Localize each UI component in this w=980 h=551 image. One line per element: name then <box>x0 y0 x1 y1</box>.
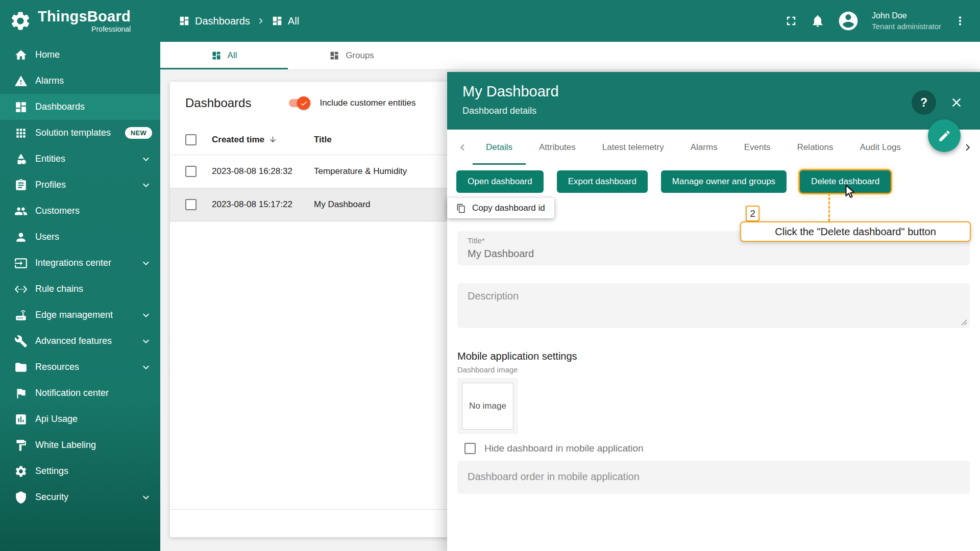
sidebar-item-profiles[interactable]: Profiles <box>0 172 160 198</box>
logo: ThingsBoard Professional <box>0 0 160 42</box>
tabs-scroll-right-button[interactable] <box>958 137 978 158</box>
avatar[interactable] <box>837 10 860 32</box>
tab-label: Latest telemetry <box>602 142 664 153</box>
column-title[interactable]: Title <box>314 135 332 144</box>
manage-owner-groups-button[interactable]: Manage owner and groups <box>661 170 787 193</box>
kebab-menu-icon[interactable] <box>953 14 967 28</box>
copy-dashboard-id-button[interactable]: Copy dashboard id <box>447 198 554 218</box>
pencil-icon <box>938 129 951 143</box>
user-block: John Doe Tenant administrator <box>872 11 941 31</box>
tab-label: Alarms <box>691 142 718 153</box>
sidebar-item-integrations-center[interactable]: Integrations center <box>0 250 160 276</box>
sidebar-item-label: Solution templates <box>35 128 111 138</box>
sidebar-item-dashboards[interactable]: Dashboards <box>0 94 160 120</box>
title-field-label: Title* <box>468 236 485 245</box>
tab-events[interactable]: Events <box>731 130 784 165</box>
description-placeholder: Description <box>468 290 519 302</box>
tabs-scroll-left-button[interactable] <box>452 137 473 158</box>
sidebar-item-label: Edge management <box>35 310 113 320</box>
grid-icon <box>329 51 339 61</box>
tab-details[interactable]: Details <box>473 130 526 165</box>
app-bar: Dashboards All John Doe Tenant administr… <box>160 0 980 42</box>
copy-icon <box>456 204 466 213</box>
dashboards-icon <box>14 101 28 114</box>
tab-label: Groups <box>346 51 374 61</box>
sidebar-item-label: Notification center <box>35 388 109 398</box>
tab-all[interactable]: All <box>160 42 288 69</box>
paint-icon <box>14 439 28 452</box>
drawer-title: My Dashboard <box>462 83 965 100</box>
tab-attributes[interactable]: Attributes <box>526 130 589 165</box>
tab-alarms[interactable]: Alarms <box>677 130 731 165</box>
breadcrumb-all[interactable]: All <box>272 15 299 27</box>
breadcrumb-dashboards[interactable]: Dashboards <box>179 15 250 27</box>
description-field[interactable]: Description <box>457 283 970 328</box>
sidebar-item-label: Api Usage <box>35 414 78 424</box>
group-icon <box>272 15 283 27</box>
sort-desc-icon[interactable] <box>268 135 277 144</box>
tab-label: Audit Logs <box>860 142 901 153</box>
export-dashboard-button[interactable]: Export dashboard <box>557 170 648 193</box>
column-created-time[interactable]: Created time <box>212 135 264 145</box>
logo-subtitle: Professional <box>91 26 131 33</box>
sidebar-item-entities[interactable]: Entities <box>0 146 160 172</box>
edit-fab-button[interactable] <box>928 119 961 152</box>
logo-title: ThingsBoard <box>38 9 131 24</box>
tab-audit-logs[interactable]: Audit Logs <box>847 130 914 165</box>
dashboard-order-field[interactable]: Dashboard order in mobile application <box>457 461 970 494</box>
drawer-action-buttons: Open dashboard Export dashboard Manage o… <box>447 170 980 193</box>
chevron-down-icon <box>140 361 152 373</box>
sidebar-item-solution-templates[interactable]: Solution templates NEW <box>0 120 160 146</box>
cursor-icon <box>842 184 857 199</box>
sidebar-item-advanced-features[interactable]: Advanced features <box>0 328 160 354</box>
copy-dashboard-id-label: Copy dashboard id <box>472 203 545 213</box>
tab-label: Attributes <box>539 142 576 153</box>
dashboard-image-dropzone[interactable]: No image <box>457 378 518 434</box>
include-customer-entities-toggle[interactable] <box>288 96 310 110</box>
resize-handle[interactable] <box>961 319 967 325</box>
cell-title: My Dashboard <box>314 199 371 209</box>
hide-dashboard-checkbox[interactable] <box>464 443 476 454</box>
chevron-down-icon <box>140 335 152 347</box>
dashboard-order-placeholder: Dashboard order in mobile application <box>468 471 640 483</box>
sidebar-item-customers[interactable]: Customers <box>0 198 160 224</box>
sidebar-item-resources[interactable]: Resources <box>0 354 160 380</box>
fullscreen-button[interactable] <box>784 14 798 28</box>
app-bar-actions: John Doe Tenant administrator <box>784 10 967 32</box>
notifications-button[interactable] <box>811 14 825 28</box>
close-icon[interactable] <box>949 95 964 110</box>
sidebar-item-home[interactable]: Home <box>0 42 160 68</box>
sidebar-item-notification-center[interactable]: Notification center <box>0 380 160 406</box>
apps-icon <box>14 127 28 140</box>
sidebar-item-alarms[interactable]: Alarms <box>0 68 160 94</box>
thingsboard-logo-icon <box>9 10 32 32</box>
help-button[interactable]: ? <box>912 90 936 115</box>
sidebar-item-white-labeling[interactable]: White Labeling <box>0 432 160 458</box>
select-all-checkbox[interactable] <box>185 134 197 145</box>
warning-icon <box>14 74 28 88</box>
tab-groups[interactable]: Groups <box>288 42 415 69</box>
shield-icon <box>14 491 28 504</box>
dashboard-details-form: Title* My Dashboard Description Mobile a… <box>457 231 970 494</box>
sidebar-item-users[interactable]: Users <box>0 224 160 250</box>
drawer-header: My Dashboard Dashboard details ? <box>447 72 980 130</box>
tab-latest-telemetry[interactable]: Latest telemetry <box>589 130 677 165</box>
tab-relations[interactable]: Relations <box>784 130 847 165</box>
sidebar-item-edge-management[interactable]: Edge management <box>0 302 160 328</box>
chevron-down-icon <box>140 179 152 191</box>
chevron-left-icon <box>456 141 469 154</box>
sidebar-item-rule-chains[interactable]: Rule chains <box>0 276 160 302</box>
grid-icon <box>211 51 222 61</box>
sidebar-item-api-usage[interactable]: Api Usage <box>0 406 160 432</box>
build-icon <box>14 335 28 348</box>
sidebar-item-label: Resources <box>35 362 79 372</box>
sidebar-item-label: White Labeling <box>35 440 96 450</box>
row-checkbox[interactable] <box>185 166 197 177</box>
user-role: Tenant administrator <box>872 21 941 32</box>
tab-label: Events <box>744 142 771 153</box>
sidebar-item-security[interactable]: Security <box>0 484 160 510</box>
sidebar-item-settings[interactable]: Settings <box>0 458 160 484</box>
entity-tab-bar: All Groups <box>160 42 980 69</box>
open-dashboard-button[interactable]: Open dashboard <box>456 170 544 193</box>
row-checkbox[interactable] <box>185 199 197 210</box>
